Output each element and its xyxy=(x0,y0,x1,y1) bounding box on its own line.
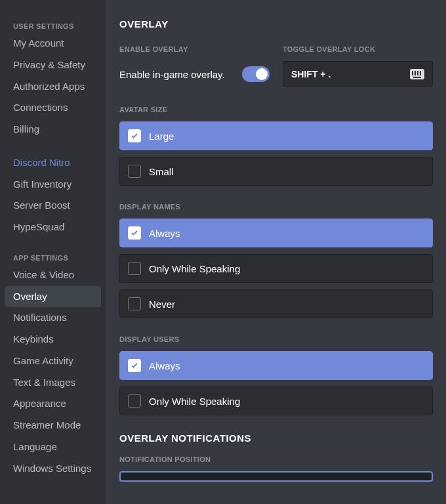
sidebar-item-voice-video[interactable]: Voice & Video xyxy=(5,264,101,286)
option-label: Large xyxy=(149,131,174,142)
sidebar-heading-user: USER SETTINGS xyxy=(5,18,101,33)
display-names-option-only-while-speaking[interactable]: Only While Speaking xyxy=(119,254,433,283)
sidebar-heading-app: APP SETTINGS xyxy=(5,250,101,264)
notification-position-selector[interactable] xyxy=(119,471,433,482)
sidebar-item-discord-nitro[interactable]: Discord Nitro xyxy=(5,152,101,174)
display-users-option-only-while-speaking[interactable]: Only While Speaking xyxy=(119,387,433,415)
overlay-lock-keybind[interactable]: SHIFT + . xyxy=(283,61,433,87)
keyboard-icon xyxy=(410,69,424,79)
sidebar-item-connections[interactable]: Connections xyxy=(5,97,101,119)
sidebar-item-authorized-apps[interactable]: Authorized Apps xyxy=(5,76,101,98)
display-names-option-never[interactable]: Never xyxy=(119,289,433,318)
sidebar-item-language[interactable]: Language xyxy=(5,436,101,458)
checkbox xyxy=(128,262,141,275)
option-label: Only While Speaking xyxy=(149,263,240,274)
page-title: OVERLAY xyxy=(119,18,433,30)
enable-overlay-label: ENABLE OVERLAY xyxy=(119,45,270,53)
toggle-knob xyxy=(256,68,268,80)
sidebar-item-text-images[interactable]: Text & Images xyxy=(5,372,101,394)
check-icon xyxy=(131,362,138,369)
notification-position-label: NOTIFICATION POSITION xyxy=(119,455,433,463)
option-label: Only While Speaking xyxy=(149,396,240,407)
enable-overlay-toggle[interactable] xyxy=(242,66,270,82)
settings-content: OVERLAY ENABLE OVERLAY Enable in-game ov… xyxy=(106,0,446,504)
avatar-size-option-large[interactable]: Large xyxy=(119,121,433,150)
sidebar-item-overlay[interactable]: Overlay xyxy=(5,286,101,308)
checkbox xyxy=(128,165,141,178)
sidebar-item-hypesquad[interactable]: HypeSquad xyxy=(5,217,101,238)
sidebar-item-appearance[interactable]: Appearance xyxy=(5,393,101,415)
display-names-label: DISPLAY NAMES xyxy=(119,203,433,211)
avatar-size-option-small[interactable]: Small xyxy=(119,157,433,186)
display-users-label: DISPLAY USERS xyxy=(119,335,433,343)
keybind-text: SHIFT + . xyxy=(291,69,331,79)
option-label: Never xyxy=(149,299,175,310)
sidebar-item-notifications[interactable]: Notifications xyxy=(5,307,101,329)
option-label: Always xyxy=(149,228,180,239)
check-icon xyxy=(131,132,138,140)
avatar-size-label: AVATAR SIZE xyxy=(119,106,433,114)
checkbox xyxy=(128,129,141,142)
sidebar-item-my-account[interactable]: My Account xyxy=(5,33,101,54)
settings-sidebar: USER SETTINGS My AccountPrivacy & Safety… xyxy=(0,0,106,504)
display-names-option-always[interactable]: Always xyxy=(119,219,433,247)
sidebar-item-gift-inventory[interactable]: Gift Inventory xyxy=(5,174,101,196)
sidebar-item-billing[interactable]: Billing xyxy=(5,119,101,140)
sidebar-item-privacy-safety[interactable]: Privacy & Safety xyxy=(5,54,101,76)
sidebar-item-server-boost[interactable]: Server Boost xyxy=(5,195,101,217)
toggle-lock-label: TOGGLE OVERLAY LOCK xyxy=(283,45,433,53)
sidebar-item-windows-settings[interactable]: Windows Settings xyxy=(5,458,101,480)
option-label: Small xyxy=(149,166,174,177)
enable-overlay-text: Enable in-game overlay. xyxy=(119,69,225,80)
checkbox xyxy=(128,226,141,240)
check-icon xyxy=(131,229,138,237)
option-label: Always xyxy=(149,360,180,371)
sidebar-item-game-activity[interactable]: Game Activity xyxy=(5,350,101,372)
checkbox xyxy=(128,394,141,408)
sidebar-item-keybinds[interactable]: Keybinds xyxy=(5,329,101,350)
sidebar-item-streamer-mode[interactable]: Streamer Mode xyxy=(5,415,101,436)
checkbox xyxy=(128,359,141,372)
display-users-option-always[interactable]: Always xyxy=(119,351,433,380)
overlay-notifications-title: OVERLAY NOTIFICATIONS xyxy=(119,432,433,444)
checkbox xyxy=(128,297,141,310)
